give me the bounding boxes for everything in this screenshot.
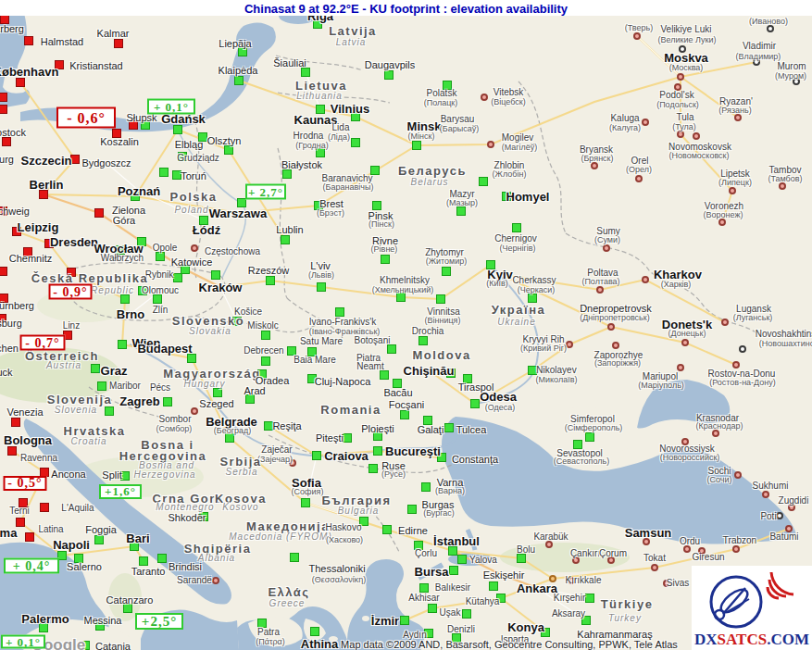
map-marker-green bbox=[373, 446, 382, 456]
map-label: Catanzaro bbox=[106, 595, 154, 606]
map-marker-dot bbox=[603, 244, 610, 252]
map-label: L'Aquila bbox=[61, 504, 94, 513]
map-marker-green bbox=[173, 273, 182, 282]
map-label: Україна bbox=[492, 304, 546, 316]
map-marker-green bbox=[301, 498, 310, 507]
map-label: Oradea bbox=[256, 376, 290, 386]
map-label: ma bbox=[0, 527, 17, 539]
map-label: sburg bbox=[0, 319, 22, 329]
map-label: (Владимир) bbox=[736, 53, 781, 61]
map-label: Šiauliai bbox=[273, 58, 306, 69]
map-label: (Брэст) bbox=[317, 209, 344, 218]
map-label: Latina bbox=[38, 525, 63, 534]
map-label: Brindisi bbox=[169, 562, 202, 572]
map-label: arberg bbox=[0, 24, 24, 34]
map-marker-green bbox=[444, 423, 454, 432]
map-marker-dot bbox=[693, 132, 700, 140]
map-marker-green bbox=[396, 293, 406, 302]
map-label: Poland bbox=[174, 206, 208, 215]
map-marker-dot bbox=[642, 276, 649, 283]
map-label: Warszawa bbox=[209, 207, 267, 219]
map-marker-green bbox=[585, 432, 594, 442]
map-label: (Черкаси) bbox=[518, 286, 556, 294]
map-label: Polatsk bbox=[427, 89, 457, 98]
map-label: (Новомосковск) bbox=[668, 152, 729, 160]
map-marker-white bbox=[767, 25, 774, 32]
elevation-badge: + 0,4° bbox=[4, 558, 59, 574]
map-label: Budapest bbox=[137, 343, 192, 355]
map-label: (Чернігів) bbox=[499, 244, 535, 253]
map-label: (Зајечар) bbox=[257, 456, 293, 464]
map-label: Tiraspol bbox=[458, 382, 494, 393]
map-label: Bacău bbox=[383, 388, 412, 398]
map-label: Eskişehir bbox=[483, 570, 525, 581]
map-label: (Жлобін) bbox=[493, 170, 527, 179]
map-marker-green bbox=[159, 168, 169, 177]
map-marker-dot bbox=[677, 131, 684, 138]
map-label: (Харків) bbox=[661, 281, 692, 289]
dxsatcs-logo: DXSATCS.COM bbox=[692, 566, 812, 650]
map-marker-green bbox=[238, 47, 247, 56]
elevation-badge: + 0,1° bbox=[1, 635, 45, 649]
map-marker-dot bbox=[677, 73, 684, 81]
map-marker-green bbox=[449, 566, 458, 575]
map-marker-dot bbox=[612, 342, 619, 349]
map-label: (Пінск) bbox=[369, 220, 394, 229]
map-marker-dot bbox=[732, 545, 740, 553]
map-label: Bucureşti bbox=[385, 445, 441, 457]
map-label: Murom bbox=[777, 62, 806, 71]
map-label: (Дніпропетровськ) bbox=[580, 314, 649, 322]
map-label: Bari bbox=[126, 532, 149, 544]
map-label: Arad bbox=[244, 386, 265, 396]
map-label: Poti bbox=[760, 512, 776, 521]
map-label: Srbija bbox=[219, 456, 261, 468]
map-marker-dot bbox=[212, 577, 219, 584]
map-label: (Житомир) bbox=[426, 257, 468, 266]
map-marker-green bbox=[380, 370, 389, 380]
map-label: Shkodër bbox=[169, 513, 206, 523]
map-label: (Рязань) bbox=[718, 106, 751, 115]
map-marker-red bbox=[2, 137, 11, 146]
logo-text-dx: DX bbox=[694, 631, 718, 648]
map-label: Cherkassy bbox=[512, 276, 556, 285]
map-label: Reşiţa bbox=[272, 421, 301, 431]
map-marker-green bbox=[97, 381, 106, 391]
map-label: Maribor bbox=[109, 381, 141, 391]
map-label: Konya bbox=[507, 621, 544, 633]
map-label: Ordu bbox=[680, 537, 700, 546]
map-marker-red bbox=[0, 93, 7, 102]
map-label: Vladimir bbox=[743, 42, 776, 51]
map-label: urg bbox=[0, 155, 14, 165]
map-label: Homyel bbox=[506, 191, 550, 203]
map-label: Romania bbox=[320, 404, 381, 416]
map-label: Çorlu bbox=[415, 549, 437, 558]
map-marker-green bbox=[419, 583, 429, 593]
map-marker-green bbox=[470, 399, 480, 408]
map-label: Macedonia (FYROM) bbox=[229, 532, 331, 542]
map-marker-green bbox=[213, 388, 222, 397]
map-canvas[interactable]: arbergHalmstadKalmarKristianstadKøbenhav… bbox=[0, 0, 812, 650]
map-label: Olomouc bbox=[142, 286, 179, 295]
map-label: (Тула) bbox=[672, 123, 696, 131]
map-label: (Тамбов) bbox=[768, 175, 802, 183]
map-label: Belarus bbox=[411, 178, 449, 187]
map-label: Terni bbox=[9, 506, 30, 516]
map-marker-dot bbox=[591, 162, 598, 169]
map-label: Edirne bbox=[398, 526, 428, 536]
map-marker-red bbox=[94, 208, 104, 218]
map-label: schweig bbox=[0, 206, 30, 217]
map-label: Catania bbox=[95, 642, 131, 650]
map-label: (Миколаїв) bbox=[536, 376, 578, 384]
map-label: Toruń bbox=[181, 171, 206, 181]
map-label: Kalmar bbox=[97, 29, 130, 39]
map-label: (Магілёў) bbox=[502, 144, 538, 152]
map-marker-green bbox=[317, 282, 326, 292]
map-label: (Ростов-на-Дону) bbox=[709, 379, 776, 387]
map-marker-red bbox=[0, 267, 7, 276]
map-label: Opole bbox=[153, 244, 178, 253]
map-label: Ancona bbox=[51, 469, 85, 480]
map-marker-green bbox=[442, 267, 451, 276]
map-marker-dot bbox=[721, 319, 729, 326]
map-label: Hungary bbox=[184, 380, 226, 389]
map-label: Miskolc bbox=[247, 321, 278, 331]
